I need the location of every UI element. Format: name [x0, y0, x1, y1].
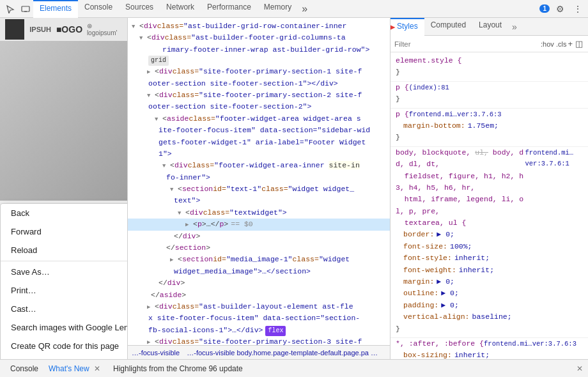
- css-value: ▶ 0;: [437, 276, 454, 288]
- css-prop: font-style:: [396, 252, 452, 264]
- html-line: ▼ <div class="ast-builder-footer-grid-co…: [128, 32, 390, 43]
- expand-arrow[interactable]: ▶: [147, 303, 155, 312]
- css-value: ▶ 0;: [441, 288, 459, 299]
- lp-logo: ⊛ logoipsum': [87, 22, 122, 36]
- css-prop: padding:: [396, 300, 438, 311]
- context-menu-translate[interactable]: Translate to English: [1, 355, 128, 359]
- html-line: fo-inner">: [128, 172, 390, 183]
- cursor-icon-btn[interactable]: [3, 1, 18, 17]
- css-source[interactable]: frontend.mi…ver:3.7.6:3: [409, 109, 502, 120]
- context-menu-forward[interactable]: Forward: [1, 222, 128, 241]
- filter-pseudo-btn[interactable]: :hov .cls: [541, 40, 566, 48]
- expand-arrow[interactable]: ▶: [170, 256, 178, 265]
- expand-arrow[interactable]: ▶: [147, 68, 155, 77]
- context-menu-reload[interactable]: Reload: [1, 241, 128, 259]
- tab-sources[interactable]: Sources: [119, 0, 160, 18]
- html-line: gets-footer-widget-1" aria-label="Footer…: [128, 137, 390, 148]
- html-line: ooter-section site-footer-section-1"></d…: [128, 78, 390, 89]
- context-menu-cast[interactable]: Cast…: [1, 300, 128, 318]
- context-menu-save[interactable]: Save As…: [1, 263, 128, 281]
- tab-memory[interactable]: Memory: [258, 0, 298, 18]
- html-line: </div>: [128, 277, 390, 289]
- expand-arrow[interactable]: ▼: [155, 115, 162, 124]
- tab-styles[interactable]: Styles: [391, 18, 424, 36]
- device-icon-btn[interactable]: [18, 1, 33, 17]
- expand-arrow[interactable]: ▼: [132, 22, 139, 31]
- css-value: ▶ 0;: [441, 300, 459, 311]
- expand-arrow[interactable]: ▼: [147, 91, 155, 100]
- expand-arrow[interactable]: ▶: [147, 338, 155, 345]
- html-line: rimary-footer-inner-wrap ast-builder-gri…: [128, 44, 390, 56]
- html-line: ▼ <div class="textwidget">: [128, 207, 390, 219]
- html-line: ooter-section site-footer-section-2">: [128, 101, 390, 112]
- html-line: fb-social-icons-1">…</div> flex: [128, 325, 390, 336]
- html-line: ▼ <aside class="footer-widget-area widge…: [128, 113, 390, 125]
- styles-more-btn[interactable]: »: [508, 22, 521, 32]
- bottom-bar-close[interactable]: ✕: [576, 364, 583, 373]
- tab-layout[interactable]: Layout: [472, 18, 508, 36]
- css-value: inherit;: [454, 350, 490, 359]
- devtools-tab-bar: Elements Console Sources Network Perform…: [0, 0, 588, 18]
- breadcrumb-focus-visible[interactable]: …-focus-visible: [132, 349, 180, 357]
- flex-badge: flex: [265, 326, 286, 336]
- html-line: ▶ <div class="site-footer-primary-sectio…: [128, 66, 390, 77]
- html-line: ▼ <section id="text-1" class="widget wid…: [128, 183, 390, 195]
- tab-close-btn[interactable]: ✕: [94, 364, 100, 373]
- expand-arrow[interactable]: ▼: [162, 162, 170, 171]
- expand-arrow[interactable]: ▼: [178, 209, 185, 218]
- css-prop: margin:: [396, 276, 434, 288]
- css-prop: box-sizing:: [396, 350, 452, 359]
- tab-console[interactable]: Console: [78, 0, 119, 18]
- context-menu-print[interactable]: Print…: [1, 281, 128, 300]
- context-menu: Back Forward Reload Save As… Print… Cast…: [0, 203, 128, 359]
- css-selector: *, :after, :before {: [396, 338, 484, 350]
- svg-rect-0: [22, 6, 29, 12]
- expand-arrow[interactable]: ▶: [185, 220, 193, 229]
- css-value: inherit;: [454, 252, 490, 264]
- html-tree[interactable]: ▼ <div class="ast-builder-grid-row-conta…: [128, 18, 390, 345]
- css-prop: font-size:: [396, 241, 447, 252]
- css-source[interactable]: frontend.mi…ver:3.7.6:1: [525, 148, 583, 169]
- breadcrumb-body[interactable]: …-focus-visible body.home.page-template-…: [187, 349, 378, 357]
- tab-performance[interactable]: Performance: [201, 0, 258, 18]
- context-menu-qr[interactable]: Create QR code for this page: [1, 337, 128, 355]
- css-source[interactable]: frontend.mi…ver:3.7.6:3: [484, 339, 576, 350]
- filter-add-btn[interactable]: +: [566, 39, 574, 49]
- settings-btn[interactable]: ⚙: [552, 1, 568, 17]
- html-line-badge: grid: [128, 56, 390, 66]
- filter-input[interactable]: [394, 40, 538, 48]
- css-selector: element.style {: [396, 55, 462, 66]
- styles-panel: Styles Computed Layout » ➤ :hov .cls + ◫: [390, 18, 588, 359]
- tab-network[interactable]: Network: [160, 0, 201, 18]
- css-rules: element.style { } p { (index):81 }: [391, 52, 588, 359]
- html-line: ▶ <section id="media_image-1" class="wid…: [128, 254, 390, 265]
- filter-inspect-btn[interactable]: ◫: [574, 39, 584, 49]
- html-line: ▼ <div class="ast-builder-grid-row-conta…: [128, 20, 390, 32]
- html-line: widget_media_image">…</section>: [128, 266, 390, 277]
- css-rule-element-style: element.style { }: [391, 55, 588, 82]
- tab-more-btn[interactable]: »: [298, 3, 311, 15]
- bottom-tab-whatsnew[interactable]: What's New ✕: [43, 363, 105, 374]
- logo-area: IPSUH ■OGO ⊛ logoipsum': [0, 18, 127, 45]
- css-prop: vertical-align:: [396, 311, 470, 323]
- html-line: ▶ <div class="site-footer-primary-sectio…: [128, 336, 390, 345]
- bottom-tab-console[interactable]: Console: [5, 363, 43, 374]
- html-line: ite-footer-focus-item" data-section="sid…: [128, 125, 390, 136]
- context-menu-search-images[interactable]: Search images with Google Lens: [1, 318, 128, 337]
- more-btn[interactable]: ⋮: [570, 1, 585, 17]
- html-line: x site-footer-focus-item" data-section="…: [128, 312, 390, 324]
- filter-bar: :hov .cls + ◫: [391, 36, 588, 52]
- devtools-container: Elements Console Sources Network Perform…: [0, 0, 588, 377]
- expand-arrow[interactable]: ▼: [170, 185, 178, 194]
- grid-badge: grid: [148, 56, 169, 66]
- css-prop: font-weight:: [396, 265, 456, 276]
- html-line: 1">: [128, 148, 390, 160]
- expand-arrow[interactable]: ▼: [139, 34, 147, 43]
- css-source[interactable]: (index):81: [409, 82, 449, 93]
- tab-elements[interactable]: Elements: [33, 0, 78, 18]
- html-line: ▶ <div class="ast-builder-layout-element…: [128, 301, 390, 312]
- page-image: [0, 41, 127, 201]
- css-rule-p1: p { (index):81 }: [391, 82, 588, 109]
- tab-computed[interactable]: Computed: [424, 18, 472, 36]
- context-menu-back[interactable]: Back: [1, 204, 128, 222]
